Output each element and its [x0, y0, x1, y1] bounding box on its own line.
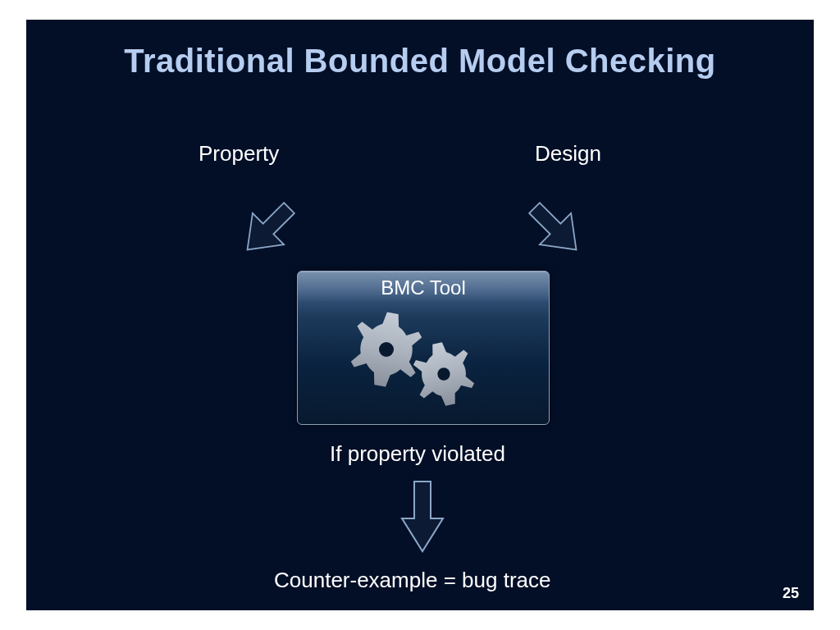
violated-label: If property violated [330, 441, 505, 467]
svg-point-1 [437, 368, 450, 380]
bmc-tool-box: BMC Tool [297, 271, 550, 425]
arrow-down-right-icon [231, 192, 305, 269]
arrow-down-left-icon [518, 192, 592, 269]
arrow-down-icon [398, 477, 447, 559]
design-label: Design [535, 141, 601, 167]
svg-point-0 [379, 342, 394, 357]
bmc-tool-label: BMC Tool [298, 276, 549, 299]
slide: Traditional Bounded Model Checking Prope… [26, 20, 814, 610]
slide-number: 25 [783, 585, 799, 602]
gears-icon [347, 304, 503, 425]
counter-example-label: Counter-example = bug trace [274, 568, 550, 593]
property-label: Property [199, 141, 279, 167]
slide-title: Traditional Bounded Model Checking [26, 20, 814, 80]
